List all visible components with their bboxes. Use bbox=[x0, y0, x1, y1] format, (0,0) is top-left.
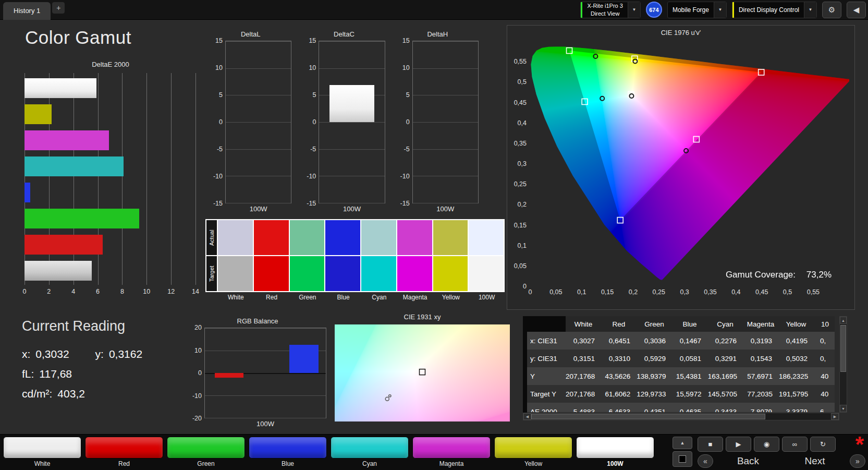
next-button[interactable]: Next bbox=[783, 455, 847, 467]
measure-button[interactable]: ◉ bbox=[754, 437, 779, 452]
gridline bbox=[122, 73, 123, 285]
next-chevron-button[interactable]: » bbox=[850, 454, 865, 468]
source-label: Mobile Forge bbox=[668, 5, 714, 15]
chart-title: CIE 1931 xy bbox=[335, 313, 510, 323]
tick-label: 0,4 bbox=[518, 119, 527, 127]
patch-button-100w[interactable] bbox=[576, 437, 654, 459]
row-label: y: CIE31 bbox=[527, 355, 566, 363]
vscroll-track[interactable] bbox=[840, 324, 847, 405]
play-button[interactable]: ▶ bbox=[726, 437, 751, 452]
tick-label: 0,4 bbox=[731, 288, 740, 296]
tick-label: 5 bbox=[406, 91, 410, 99]
up-triangle-icon: ▲ bbox=[680, 440, 685, 445]
category-label: 100W bbox=[225, 203, 291, 214]
back-button[interactable]: Back bbox=[716, 455, 780, 467]
tick-label: 0,25 bbox=[514, 180, 527, 188]
tick-label: 0 bbox=[406, 118, 410, 126]
tick-label: 12 bbox=[167, 288, 175, 295]
gridline bbox=[319, 203, 384, 203]
stop-button[interactable]: ■ bbox=[698, 437, 723, 452]
patch-red: Red bbox=[85, 437, 163, 468]
table-cell: 0,3310 bbox=[601, 355, 637, 363]
row-label: Target Y bbox=[527, 390, 566, 398]
patch-button-red[interactable] bbox=[85, 437, 163, 459]
gridline bbox=[413, 95, 478, 95]
patch-button-white[interactable] bbox=[3, 437, 81, 459]
table-cell: 0, bbox=[814, 337, 835, 345]
continuous-read-button[interactable]: ∞ bbox=[782, 437, 808, 452]
scroll-right-button[interactable]: ▶ bbox=[831, 413, 839, 420]
collapse-panel-button[interactable]: ◀ bbox=[847, 2, 866, 18]
table-cell: 15,5972 bbox=[673, 390, 708, 398]
source-dropdown-button[interactable]: ▼ bbox=[714, 2, 726, 18]
alert-asterisk-icon[interactable]: * bbox=[855, 436, 864, 453]
patch-button-yellow[interactable] bbox=[494, 437, 572, 459]
patch-button-green[interactable] bbox=[167, 437, 245, 459]
tick-label: 10 bbox=[143, 288, 150, 295]
badge-value: 674 bbox=[649, 7, 658, 13]
cie1976-xticks: 00,050,10,150,20,250,30,350,40,450,50,55 bbox=[530, 288, 849, 297]
display-dropdown-button[interactable]: ▼ bbox=[804, 2, 816, 18]
hscroll-thumb[interactable] bbox=[531, 414, 765, 419]
patch-button-magenta[interactable] bbox=[412, 437, 491, 459]
swatch-column bbox=[290, 220, 325, 291]
hscroll-track[interactable] bbox=[531, 413, 831, 420]
gridline bbox=[226, 41, 291, 42]
tick-label: 0,45 bbox=[514, 99, 527, 106]
vscroll-thumb[interactable] bbox=[840, 325, 846, 372]
table-vscrollbar[interactable]: ▲▼ bbox=[839, 316, 847, 413]
meter-selector[interactable]: X-Rite i1Pro 3 Direct View ▼ bbox=[580, 2, 640, 18]
gridline bbox=[413, 68, 478, 69]
pattern-window-button[interactable] bbox=[673, 451, 692, 467]
expand-up-button[interactable]: ▲ bbox=[673, 437, 692, 449]
table-row: y: CIE310,31510,33100,59290,05810,32910,… bbox=[527, 350, 835, 367]
tick-label: 0,55 bbox=[514, 58, 527, 65]
back-chevron-button[interactable]: « bbox=[698, 454, 713, 468]
table-cell: 15,4381 bbox=[673, 372, 708, 380]
table-row: Y207,176843,5626138,937915,4381163,16955… bbox=[527, 367, 835, 385]
fl-value: 117,68 bbox=[39, 368, 72, 380]
history-tab[interactable]: History 1 bbox=[3, 2, 51, 20]
tick-label: -15 bbox=[307, 200, 316, 207]
table-row: ΔE 20005,48836,46330,43510,46350,34337,8… bbox=[527, 403, 835, 412]
table-cell: 0, bbox=[814, 355, 835, 363]
tick-label: 0 bbox=[312, 118, 316, 126]
patch-button-cyan[interactable] bbox=[331, 437, 409, 459]
patch-button-blue[interactable] bbox=[249, 437, 327, 459]
scroll-down-button[interactable]: ▼ bbox=[840, 405, 847, 412]
settings-button[interactable]: ⚙ bbox=[822, 2, 841, 18]
bar-100w bbox=[25, 261, 92, 281]
target-icon: ◉ bbox=[764, 440, 769, 448]
tick-label: 0 bbox=[198, 369, 202, 377]
y-axis: 151050-5-10-15 bbox=[303, 41, 319, 203]
target-swatch-blue bbox=[325, 256, 360, 291]
scroll-left-button[interactable]: ◀ bbox=[523, 413, 531, 420]
scroll-up-button[interactable]: ▲ bbox=[840, 317, 847, 324]
rgb-balance-chart: RGB Balance20100-10-20100W bbox=[189, 317, 326, 429]
table-cell: 6 bbox=[814, 408, 835, 413]
table-cell: 0,5032 bbox=[778, 355, 814, 363]
bar-red bbox=[215, 373, 244, 378]
loop-button[interactable]: ↻ bbox=[810, 437, 836, 452]
deltal-chart: DeltaL151050-5-10-15100W bbox=[210, 30, 291, 214]
gridline bbox=[195, 73, 196, 285]
top-bar: History 1 + X-Rite i1Pro 3 Direct View ▼… bbox=[0, 0, 868, 20]
cd-label: cd/m²: bbox=[22, 388, 52, 400]
add-tab-button[interactable]: + bbox=[52, 2, 65, 14]
source-text: Mobile Forge bbox=[673, 6, 709, 14]
tick-label: 0,3 bbox=[518, 160, 527, 167]
tick-label: -10 bbox=[307, 173, 316, 180]
chart-title: RGB Balance bbox=[189, 317, 326, 328]
table-cell: 40 bbox=[814, 372, 835, 380]
tick-label: -10 bbox=[213, 173, 223, 180]
row-label: Actual bbox=[206, 220, 217, 255]
patch-cyan: Cyan bbox=[331, 437, 409, 468]
plot-area bbox=[412, 41, 479, 203]
display-control-selector[interactable]: Direct Display Control ▼ bbox=[732, 2, 817, 18]
chevron-down-icon: ▼ bbox=[809, 7, 813, 12]
gridline bbox=[319, 68, 384, 69]
source-selector[interactable]: Mobile Forge ▼ bbox=[667, 2, 727, 18]
table-hscrollbar[interactable]: ◀▶ bbox=[523, 413, 839, 420]
meter-dropdown-button[interactable]: ▼ bbox=[628, 2, 640, 18]
tick-label: -5 bbox=[217, 146, 223, 153]
